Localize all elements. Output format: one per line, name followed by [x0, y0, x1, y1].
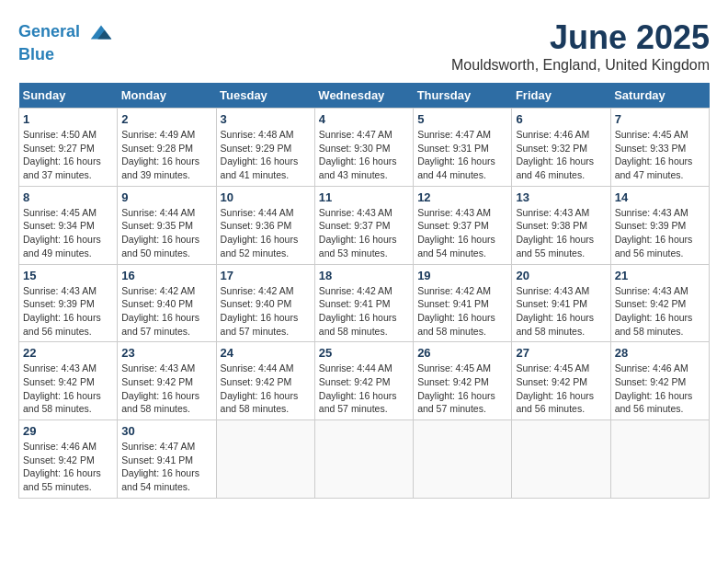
- day-info: Sunrise: 4:42 AM Sunset: 9:40 PM Dayligh…: [121, 284, 211, 339]
- day-number: 2: [121, 112, 211, 126]
- calendar-cell: 16Sunrise: 4:42 AM Sunset: 9:40 PM Dayli…: [118, 264, 216, 342]
- day-info: Sunrise: 4:43 AM Sunset: 9:37 PM Dayligh…: [417, 206, 507, 260]
- day-info: Sunrise: 4:44 AM Sunset: 9:36 PM Dayligh…: [221, 206, 311, 260]
- logo: General Blue: [18, 18, 115, 64]
- day-info: Sunrise: 4:48 AM Sunset: 9:29 PM Dayligh…: [221, 128, 311, 182]
- day-number: 1: [23, 112, 113, 126]
- calendar-header-row: SundayMondayTuesdayWednesdayThursdayFrid…: [19, 83, 710, 109]
- calendar-cell: 5Sunrise: 4:47 AM Sunset: 9:31 PM Daylig…: [414, 109, 512, 187]
- calendar-cell: 9Sunrise: 4:44 AM Sunset: 9:35 PM Daylig…: [118, 186, 216, 264]
- day-number: 23: [121, 346, 211, 360]
- day-header-wednesday: Wednesday: [314, 83, 413, 109]
- day-info: Sunrise: 4:46 AM Sunset: 9:32 PM Dayligh…: [516, 128, 606, 182]
- day-info: Sunrise: 4:45 AM Sunset: 9:42 PM Dayligh…: [516, 362, 606, 416]
- calendar-cell: 19Sunrise: 4:42 AM Sunset: 9:41 PM Dayli…: [414, 264, 512, 342]
- calendar-cell: 20Sunrise: 4:43 AM Sunset: 9:41 PM Dayli…: [512, 264, 610, 342]
- day-info: Sunrise: 4:43 AM Sunset: 9:37 PM Dayligh…: [319, 206, 409, 260]
- calendar-cell: 3Sunrise: 4:48 AM Sunset: 9:29 PM Daylig…: [216, 109, 314, 187]
- day-number: 19: [417, 269, 507, 282]
- day-info: Sunrise: 4:42 AM Sunset: 9:40 PM Dayligh…: [221, 284, 311, 339]
- calendar-cell: 15Sunrise: 4:43 AM Sunset: 9:39 PM Dayli…: [19, 264, 118, 342]
- day-info: Sunrise: 4:43 AM Sunset: 9:41 PM Dayligh…: [516, 284, 606, 339]
- day-info: Sunrise: 4:43 AM Sunset: 9:39 PM Dayligh…: [23, 284, 113, 339]
- month-title: June 2025: [451, 18, 710, 57]
- calendar-cell: 8Sunrise: 4:45 AM Sunset: 9:34 PM Daylig…: [19, 186, 118, 264]
- calendar-cell: 4Sunrise: 4:47 AM Sunset: 9:30 PM Daylig…: [314, 109, 413, 187]
- day-info: Sunrise: 4:42 AM Sunset: 9:41 PM Dayligh…: [417, 284, 507, 339]
- calendar-cell: 11Sunrise: 4:43 AM Sunset: 9:37 PM Dayli…: [314, 186, 413, 264]
- day-info: Sunrise: 4:45 AM Sunset: 9:42 PM Dayligh…: [417, 362, 507, 416]
- day-number: 27: [516, 346, 606, 360]
- calendar-cell: [610, 420, 709, 499]
- day-header-thursday: Thursday: [414, 83, 512, 109]
- day-number: 10: [221, 190, 311, 204]
- day-number: 8: [23, 190, 113, 204]
- calendar-cell: 6Sunrise: 4:46 AM Sunset: 9:32 PM Daylig…: [512, 109, 610, 187]
- day-number: 3: [221, 112, 311, 126]
- calendar-cell: 17Sunrise: 4:42 AM Sunset: 9:40 PM Dayli…: [216, 264, 314, 342]
- day-number: 11: [319, 190, 409, 204]
- calendar-cell: 22Sunrise: 4:43 AM Sunset: 9:42 PM Dayli…: [19, 342, 118, 420]
- day-info: Sunrise: 4:43 AM Sunset: 9:39 PM Dayligh…: [615, 206, 705, 260]
- day-number: 15: [23, 269, 113, 282]
- day-number: 4: [319, 112, 409, 126]
- day-info: Sunrise: 4:47 AM Sunset: 9:30 PM Dayligh…: [319, 128, 409, 182]
- day-header-friday: Friday: [512, 83, 610, 109]
- day-number: 17: [221, 269, 311, 282]
- day-info: Sunrise: 4:44 AM Sunset: 9:35 PM Dayligh…: [121, 206, 211, 260]
- day-number: 25: [319, 346, 409, 360]
- week-row-5: 29Sunrise: 4:46 AM Sunset: 9:42 PM Dayli…: [19, 420, 710, 499]
- calendar-cell: 21Sunrise: 4:43 AM Sunset: 9:42 PM Dayli…: [610, 264, 709, 342]
- calendar-cell: 25Sunrise: 4:44 AM Sunset: 9:42 PM Dayli…: [314, 342, 413, 420]
- day-info: Sunrise: 4:43 AM Sunset: 9:42 PM Dayligh…: [121, 362, 211, 416]
- day-info: Sunrise: 4:45 AM Sunset: 9:34 PM Dayligh…: [23, 206, 113, 260]
- calendar-cell: 10Sunrise: 4:44 AM Sunset: 9:36 PM Dayli…: [216, 186, 314, 264]
- calendar-cell: 29Sunrise: 4:46 AM Sunset: 9:42 PM Dayli…: [19, 420, 118, 499]
- day-number: 9: [121, 190, 211, 204]
- calendar-cell: 23Sunrise: 4:43 AM Sunset: 9:42 PM Dayli…: [118, 342, 216, 420]
- day-info: Sunrise: 4:49 AM Sunset: 9:28 PM Dayligh…: [121, 128, 211, 182]
- day-info: Sunrise: 4:46 AM Sunset: 9:42 PM Dayligh…: [23, 440, 113, 494]
- calendar-cell: 27Sunrise: 4:45 AM Sunset: 9:42 PM Dayli…: [512, 342, 610, 420]
- calendar-cell: 24Sunrise: 4:44 AM Sunset: 9:42 PM Dayli…: [216, 342, 314, 420]
- week-row-3: 15Sunrise: 4:43 AM Sunset: 9:39 PM Dayli…: [19, 264, 710, 342]
- day-info: Sunrise: 4:45 AM Sunset: 9:33 PM Dayligh…: [615, 128, 705, 182]
- header: General Blue June 2025 Mouldsworth, Engl…: [18, 18, 710, 74]
- calendar-cell: [314, 420, 413, 499]
- day-number: 26: [417, 346, 507, 360]
- day-number: 14: [615, 190, 705, 204]
- day-info: Sunrise: 4:43 AM Sunset: 9:42 PM Dayligh…: [23, 362, 113, 416]
- calendar-body: 1Sunrise: 4:50 AM Sunset: 9:27 PM Daylig…: [19, 109, 710, 499]
- calendar-cell: 2Sunrise: 4:49 AM Sunset: 9:28 PM Daylig…: [118, 109, 216, 187]
- logo-text: General: [18, 18, 115, 46]
- day-number: 30: [121, 424, 211, 438]
- day-info: Sunrise: 4:43 AM Sunset: 9:42 PM Dayligh…: [615, 284, 705, 339]
- calendar-cell: 13Sunrise: 4:43 AM Sunset: 9:38 PM Dayli…: [512, 186, 610, 264]
- day-header-saturday: Saturday: [610, 83, 709, 109]
- calendar-cell: 30Sunrise: 4:47 AM Sunset: 9:41 PM Dayli…: [118, 420, 216, 499]
- day-number: 18: [319, 269, 409, 282]
- location: Mouldsworth, England, United Kingdom: [451, 57, 710, 74]
- day-number: 29: [23, 424, 113, 438]
- day-number: 6: [516, 112, 606, 126]
- day-number: 16: [121, 269, 211, 282]
- calendar-cell: [414, 420, 512, 499]
- calendar-cell: 14Sunrise: 4:43 AM Sunset: 9:39 PM Dayli…: [610, 186, 709, 264]
- day-number: 7: [615, 112, 705, 126]
- day-info: Sunrise: 4:42 AM Sunset: 9:41 PM Dayligh…: [319, 284, 409, 339]
- day-number: 21: [615, 269, 705, 282]
- calendar-cell: 12Sunrise: 4:43 AM Sunset: 9:37 PM Dayli…: [414, 186, 512, 264]
- week-row-1: 1Sunrise: 4:50 AM Sunset: 9:27 PM Daylig…: [19, 109, 710, 187]
- day-number: 20: [516, 269, 606, 282]
- day-number: 13: [516, 190, 606, 204]
- week-row-2: 8Sunrise: 4:45 AM Sunset: 9:34 PM Daylig…: [19, 186, 710, 264]
- day-info: Sunrise: 4:47 AM Sunset: 9:41 PM Dayligh…: [121, 440, 211, 494]
- calendar-cell: [512, 420, 610, 499]
- day-info: Sunrise: 4:50 AM Sunset: 9:27 PM Dayligh…: [23, 128, 113, 182]
- calendar-table: SundayMondayTuesdayWednesdayThursdayFrid…: [18, 83, 710, 499]
- day-number: 24: [221, 346, 311, 360]
- day-info: Sunrise: 4:43 AM Sunset: 9:38 PM Dayligh…: [516, 206, 606, 260]
- day-info: Sunrise: 4:44 AM Sunset: 9:42 PM Dayligh…: [319, 362, 409, 416]
- logo-subtext: Blue: [18, 46, 115, 64]
- day-header-tuesday: Tuesday: [216, 83, 314, 109]
